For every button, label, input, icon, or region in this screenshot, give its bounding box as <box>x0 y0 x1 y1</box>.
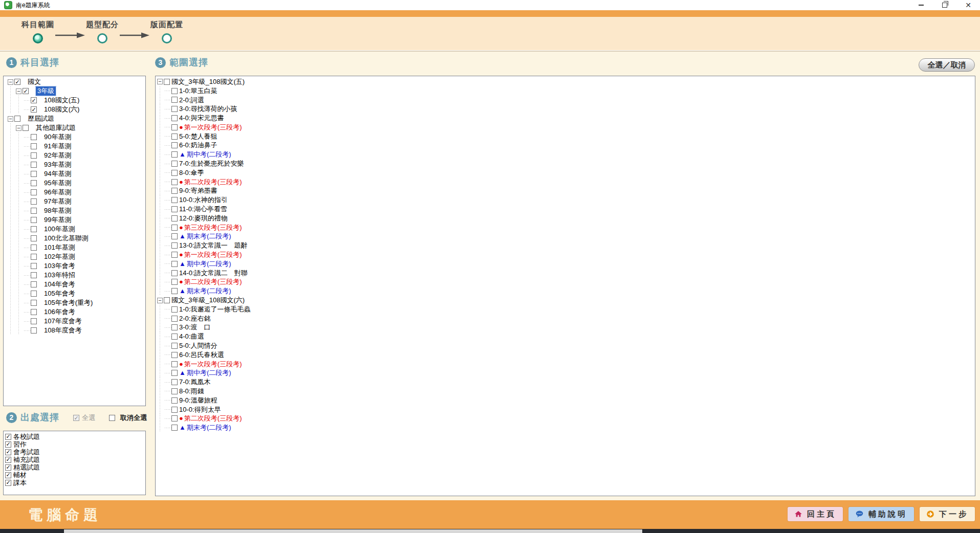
tree-row[interactable]: 105年會考(重考) <box>8 298 145 307</box>
tree-checkbox[interactable] <box>171 370 178 376</box>
tree-row[interactable]: 4-0:與宋元思書 <box>157 114 975 123</box>
tree-row[interactable]: 91年基測 <box>8 142 145 151</box>
tree-checkbox[interactable] <box>171 161 178 167</box>
tree-row[interactable]: 3-0:尋找薄荷的小孩 <box>157 104 975 114</box>
tree-checkbox[interactable] <box>171 306 178 313</box>
tree-row[interactable]: ●第三次段考(三段考) <box>157 223 975 232</box>
tree-checkbox[interactable] <box>31 226 37 232</box>
close-icon[interactable]: ✕ <box>956 0 980 10</box>
tree-checkbox[interactable] <box>171 352 178 358</box>
tree-checkbox[interactable] <box>171 270 178 276</box>
tree-checkbox[interactable] <box>171 379 178 385</box>
tree-label[interactable]: 11-0:湖心亭看雪 <box>179 205 227 214</box>
tree-row[interactable]: −國文_3年級_108國文(五) <box>157 77 975 86</box>
tree-checkbox[interactable] <box>171 242 178 249</box>
tree-checkbox[interactable] <box>164 79 170 85</box>
tree-checkbox[interactable] <box>171 88 178 94</box>
tree-checkbox[interactable] <box>171 179 178 185</box>
tree-row[interactable]: 103年特招 <box>8 271 145 280</box>
help-button[interactable]: 輔助說明 <box>848 507 914 521</box>
tree-row[interactable]: 12-0:麥琪的禮物 <box>157 214 975 223</box>
tree-label[interactable]: 4-0:曲選 <box>179 332 204 341</box>
tree-checkbox[interactable] <box>31 327 37 334</box>
tree-label[interactable]: 3-0:尋找薄荷的小孩 <box>179 104 237 114</box>
tree-checkbox[interactable] <box>171 279 178 285</box>
tree-checkbox[interactable] <box>171 188 178 194</box>
tree-row[interactable]: −歷屆試題 <box>8 114 145 123</box>
tree-checkbox[interactable] <box>171 97 178 103</box>
source-checkbox[interactable]: ✓ <box>5 480 11 486</box>
tree-row[interactable]: ▲期末考(二段考) <box>157 232 975 241</box>
tree-checkbox[interactable]: ✓ <box>31 97 37 103</box>
tree-row[interactable]: 99年基測 <box>8 215 145 225</box>
tree-label[interactable]: 97年基測 <box>44 197 71 206</box>
tree-row[interactable]: 6-0:呂氏春秋選 <box>157 350 975 360</box>
tree-checkbox[interactable] <box>171 407 178 413</box>
tree-checkbox[interactable]: ✓ <box>23 88 29 94</box>
tree-checkbox[interactable]: ✓ <box>14 79 20 85</box>
tree-label[interactable]: 5-0:楚人養狙 <box>179 132 217 141</box>
tree-row[interactable]: ●第一次段考(三段考) <box>157 123 975 132</box>
tree-row[interactable]: 95年基測 <box>8 179 145 188</box>
tree-label[interactable]: 14-0:語文常識二 對聯 <box>179 269 248 278</box>
tree-label[interactable]: 93年基測 <box>44 160 71 169</box>
tree-checkbox[interactable] <box>171 106 178 112</box>
tree-label[interactable]: 103年特招 <box>44 271 75 280</box>
tree-label[interactable]: 國文_3年級_108國文(五) <box>171 77 245 86</box>
tree-row[interactable]: ▲期中考(二段考) <box>157 369 975 378</box>
tree-row[interactable]: 105年會考 <box>8 289 145 298</box>
tree-checkbox[interactable] <box>171 233 178 239</box>
source-item[interactable]: ✓課本 <box>5 479 145 486</box>
tree-row[interactable]: 9-0:寄弟墨書 <box>157 187 975 196</box>
tree-label[interactable]: 108年度會考 <box>44 326 82 335</box>
tree-label[interactable]: ●第一次段考(三段考) <box>179 250 242 259</box>
tree-expander-icon[interactable]: − <box>157 79 163 84</box>
tree-checkbox[interactable] <box>171 206 178 212</box>
step-item[interactable]: 題型配分 <box>86 20 119 43</box>
tree-row[interactable]: ●第一次段考(三段考) <box>157 250 975 259</box>
tree-label[interactable]: 1-0:我邂逅了一條毛毛蟲 <box>179 305 250 314</box>
source-checkbox[interactable]: ✓ <box>5 472 11 478</box>
step-item[interactable]: 版面配置 <box>150 20 183 43</box>
tree-row[interactable]: −其他題庫試題 <box>8 123 145 132</box>
tree-label[interactable]: ●第一次段考(三段考) <box>179 360 242 369</box>
tree-label[interactable]: 108國文(五) <box>44 96 79 105</box>
tree-row[interactable]: 4-0:曲選 <box>157 332 975 341</box>
taskbar-open-app[interactable] <box>64 529 642 533</box>
tree-label[interactable]: 歷屆試題 <box>28 114 54 123</box>
tree-label[interactable]: 105年會考(重考) <box>44 298 93 307</box>
tree-checkbox[interactable] <box>14 116 20 122</box>
tree-label[interactable]: 6-0:呂氏春秋選 <box>179 350 224 360</box>
tree-checkbox[interactable] <box>171 142 178 148</box>
tree-label[interactable]: 98年基測 <box>44 206 71 215</box>
tree-label[interactable]: 13-0:語文常識一 題辭 <box>179 241 248 250</box>
tree-row[interactable]: ▲期末考(二段考) <box>157 423 975 432</box>
tree-label[interactable]: 7-0:生於憂患死於安樂 <box>179 159 244 168</box>
taskbar-strip[interactable] <box>0 529 980 533</box>
tree-row[interactable]: 8-0:傘季 <box>157 168 975 177</box>
tree-row[interactable]: 107年度會考 <box>8 317 145 326</box>
tree-row[interactable]: 104年會考 <box>8 280 145 289</box>
step-item[interactable]: 科目範圍 <box>21 20 54 43</box>
tree-label[interactable]: 100北北基聯測 <box>44 234 89 243</box>
tree-checkbox[interactable] <box>31 235 37 241</box>
tree-row[interactable]: −✓國文 <box>8 77 145 86</box>
home-button[interactable]: 回主頁 <box>788 507 843 521</box>
tree-label[interactable]: 95年基測 <box>44 179 71 188</box>
tree-checkbox[interactable] <box>171 397 178 404</box>
tree-label[interactable]: 106年會考 <box>44 307 75 317</box>
source-checkbox[interactable]: ✓ <box>5 434 11 440</box>
source-checkbox[interactable]: ✓ <box>5 464 11 471</box>
tree-row[interactable]: 93年基測 <box>8 160 145 169</box>
tree-label[interactable]: ●第一次段考(三段考) <box>179 123 242 132</box>
tree-row[interactable]: 101年基測 <box>8 243 145 252</box>
tree-checkbox[interactable] <box>23 125 29 131</box>
tree-label[interactable]: 6-0:奶油鼻子 <box>179 141 217 150</box>
tree-checkbox[interactable] <box>31 152 37 159</box>
tree-expander-icon[interactable]: − <box>16 125 21 131</box>
tree-row[interactable]: −✓3年級 <box>8 86 145 96</box>
tree-checkbox[interactable] <box>171 215 178 221</box>
tree-row[interactable]: 108年度會考 <box>8 326 145 335</box>
tree-row[interactable]: 96年基測 <box>8 188 145 197</box>
tree-label[interactable]: 102年基測 <box>44 252 75 261</box>
